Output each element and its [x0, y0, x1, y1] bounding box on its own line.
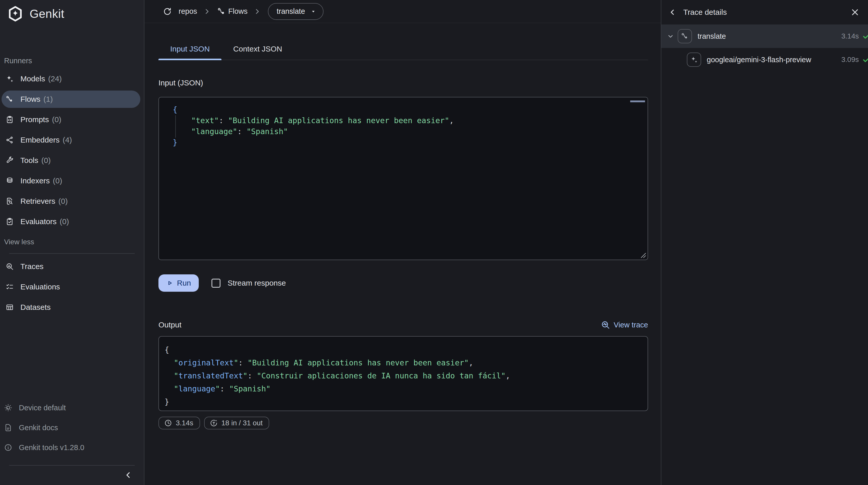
- sidebar-item-label: Retrievers: [21, 197, 55, 205]
- trace-step-name: translate: [698, 32, 726, 40]
- sidebar-divider: [9, 253, 135, 254]
- sidebar-item-indexers[interactable]: Indexers (0): [2, 172, 140, 190]
- chevron-down-icon[interactable]: [667, 33, 674, 40]
- checklist-icon: [6, 283, 14, 291]
- search-pulse-icon: [601, 320, 610, 329]
- play-icon: [166, 280, 173, 287]
- tab-context-json[interactable]: Context JSON: [221, 38, 294, 60]
- flow-step-icon-box: [678, 29, 692, 43]
- docs-link[interactable]: Genkit docs: [0, 418, 144, 438]
- sidebar-item-count: (0): [58, 197, 68, 205]
- chevron-right-icon: [203, 8, 211, 15]
- sidebar-item-datasets[interactable]: Datasets: [2, 299, 140, 316]
- chevron-right-icon: [254, 8, 261, 15]
- breadcrumb-section[interactable]: Flows: [228, 7, 248, 15]
- theme-selector[interactable]: Device default: [0, 398, 144, 418]
- sidebar-item-label: Evaluations: [21, 283, 60, 291]
- sidebar-item-label: Models: [21, 74, 45, 83]
- clipboard-check-icon: [6, 218, 14, 226]
- runners-nav: Models (24) Flows (1) Prompts: [0, 70, 144, 230]
- sidebar-item-models[interactable]: Models (24): [2, 70, 140, 88]
- tab-label: Context JSON: [233, 44, 282, 53]
- share-graph-icon: [6, 136, 14, 144]
- sidebar-item-label: Indexers: [21, 176, 50, 185]
- success-check-icon: [862, 32, 868, 41]
- docs-label: Genkit docs: [19, 424, 58, 432]
- latency-badge: 3.14s: [158, 417, 200, 429]
- sidebar-item-count: (0): [52, 115, 61, 124]
- trace-row-translate[interactable]: translate 3.14s: [661, 25, 868, 48]
- output-json-viewer: { "originalText": "Building AI applicati…: [158, 336, 648, 411]
- back-icon[interactable]: [669, 8, 677, 16]
- token-usage-value: 18 in / 31 out: [221, 419, 263, 427]
- sidebar-item-count: (0): [41, 156, 51, 165]
- success-check-icon: [862, 55, 868, 64]
- sidebar-item-count: (24): [48, 74, 62, 83]
- sidebar-item-evaluations[interactable]: Evaluations: [2, 278, 140, 295]
- theme-label: Device default: [19, 403, 66, 412]
- trace-row-model-call[interactable]: googleai/gemini-3-flash-preview 3.09s: [661, 48, 868, 71]
- tab-label: Input JSON: [170, 44, 210, 53]
- input-json-editor[interactable]: { "text": "Building AI applications has …: [158, 97, 648, 260]
- input-json-code[interactable]: { "text": "Building AI applications has …: [173, 104, 643, 148]
- trace-panel-title: Trace details: [683, 8, 851, 17]
- genkit-app: Genkit Runners Models (24) Flows (1): [0, 0, 868, 485]
- sparkle-icon: [690, 56, 698, 64]
- flow-icon: [6, 95, 14, 103]
- sidebar-item-count: (4): [63, 136, 72, 144]
- sidebar-item-traces[interactable]: Traces: [2, 258, 140, 275]
- refresh-icon[interactable]: [163, 7, 172, 16]
- sidebar-item-count: (1): [43, 95, 53, 103]
- sidebar-item-flows[interactable]: Flows (1): [2, 91, 140, 108]
- sidebar-item-label: Embedders: [21, 136, 59, 144]
- sidebar-item-count: (0): [60, 217, 69, 226]
- token-counter-icon: [210, 419, 218, 427]
- stream-response-label: Stream response: [227, 279, 286, 287]
- trace-step-time: 3.09s: [841, 56, 859, 64]
- sidebar-item-label: Evaluators: [21, 217, 57, 226]
- sidebar-item-evaluators[interactable]: Evaluators (0): [2, 213, 140, 230]
- horizontal-scrollbar[interactable]: [630, 100, 645, 102]
- trace-details-panel: Trace details translate 3.14s: [661, 0, 868, 485]
- app-title: Genkit: [30, 7, 64, 21]
- token-usage-badge: 18 in / 31 out: [204, 417, 270, 429]
- breadcrumb-root[interactable]: repos: [179, 7, 197, 15]
- collapse-sidebar-icon[interactable]: [124, 471, 133, 479]
- tab-input-json[interactable]: Input JSON: [158, 38, 221, 60]
- stream-response-checkbox[interactable]: [212, 279, 220, 288]
- trace-step-name: googleai/gemini-3-flash-preview: [707, 56, 811, 64]
- version-info[interactable]: Genkit tools v1.28.0: [0, 438, 144, 457]
- sidebar-item-tools[interactable]: Tools (0): [2, 152, 140, 169]
- sidebar-item-label: Flows: [21, 95, 40, 103]
- document-icon: [4, 424, 12, 432]
- theme-auto-icon: [4, 403, 12, 412]
- sidebar-footer-divider: [9, 465, 135, 465]
- version-label: Genkit tools v1.28.0: [19, 444, 84, 452]
- resize-handle-icon[interactable]: [640, 251, 647, 259]
- sidebar-item-embedders[interactable]: Embedders (4): [2, 131, 140, 149]
- sidebar: Genkit Runners Models (24) Flows (1): [0, 0, 145, 485]
- sparkle-icon: [6, 75, 14, 83]
- search-chart-icon: [6, 262, 14, 270]
- run-stats: 3.14s 18 in / 31 out: [158, 417, 648, 429]
- run-button[interactable]: Run: [158, 274, 199, 292]
- sidebar-item-prompts[interactable]: Prompts (0): [2, 111, 140, 128]
- run-controls: Run Stream response: [158, 274, 648, 292]
- output-header: Output View trace: [158, 320, 648, 329]
- sidebar-item-retrievers[interactable]: Retrievers (0): [2, 193, 140, 210]
- view-less-link[interactable]: View less: [4, 238, 144, 246]
- close-icon[interactable]: [851, 8, 859, 17]
- output-label: Output: [158, 321, 181, 329]
- view-trace-label: View trace: [614, 321, 648, 329]
- tools-nav: Traces Evaluations Datasets: [0, 258, 144, 316]
- flow-icon: [681, 32, 689, 40]
- runners-section-label: Runners: [4, 57, 144, 65]
- run-button-label: Run: [177, 279, 191, 287]
- view-trace-link[interactable]: View trace: [601, 320, 648, 329]
- input-json-label: Input (JSON): [158, 78, 648, 87]
- sidebar-footer: Device default Genkit docs Genkit tools …: [0, 398, 144, 485]
- flow-selector-dropdown[interactable]: translate: [268, 3, 323, 20]
- clipboard-code-icon: [6, 116, 14, 124]
- genkit-logo-icon: [7, 6, 24, 22]
- document-search-icon: [6, 197, 14, 205]
